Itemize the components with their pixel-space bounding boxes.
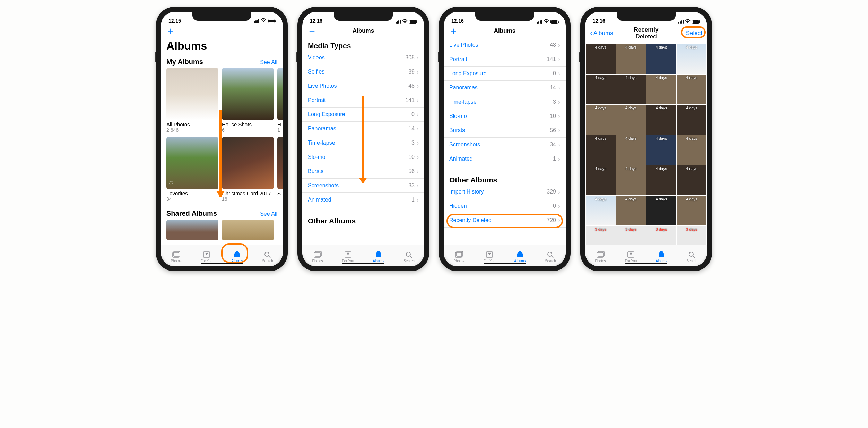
- photo-cell[interactable]: 4 days: [677, 135, 707, 165]
- photo-cell[interactable]: 4 days: [646, 165, 676, 195]
- album-partial-2[interactable]: S: [277, 137, 283, 202]
- tab-search[interactable]: Search: [252, 245, 283, 266]
- phone-2: 12:16 ＋ Albums Media Types Videos308›Sel…: [297, 7, 429, 271]
- photo-cell[interactable]: 4 days: [616, 135, 646, 165]
- photo-cell[interactable]: 4 days: [586, 165, 616, 195]
- days-remaining-label: 4 days: [646, 166, 676, 171]
- list-row[interactable]: Panoramas14›: [444, 81, 566, 95]
- photo-cell[interactable]: 4 days: [646, 75, 676, 104]
- list-row[interactable]: Hidden0›: [444, 199, 566, 213]
- chevron-right-icon: ›: [558, 100, 560, 104]
- list-row[interactable]: Slo-mo10›: [444, 109, 566, 123]
- signal-icon: [678, 20, 684, 24]
- list-row-count: 89: [408, 69, 415, 75]
- battery-icon: [268, 19, 275, 23]
- photo-cell[interactable]: 4 days: [616, 105, 646, 135]
- photo-cell[interactable]: 4 days: [586, 75, 616, 104]
- list-row[interactable]: Selfies89›: [302, 65, 424, 79]
- photo-cell[interactable]: 4 days: [646, 105, 676, 135]
- phone-4: 12:16 ‹ Albums Recently Deleted Select 4…: [580, 7, 712, 271]
- tab-photos[interactable]: Photos: [302, 245, 333, 266]
- days-remaining-label: 4 days: [677, 106, 707, 110]
- photo-cell[interactable]: 4 days: [616, 44, 646, 74]
- home-indicator[interactable]: [625, 263, 667, 264]
- see-all-my-albums[interactable]: See All: [260, 59, 277, 66]
- add-button[interactable]: ＋: [166, 27, 175, 35]
- tab-search[interactable]: Search: [394, 245, 424, 266]
- photo-cell[interactable]: 4 days: [586, 135, 616, 165]
- list-row-count: 48: [408, 83, 415, 89]
- photo-cell[interactable]: 4 days: [586, 105, 616, 135]
- back-button[interactable]: ‹ Albums: [590, 30, 623, 37]
- photo-cell[interactable]: 4 days: [677, 75, 707, 104]
- photo-cell[interactable]: 4 days: [616, 75, 646, 104]
- list-row[interactable]: Time-lapse3›: [444, 95, 566, 109]
- photo-cell[interactable]: 4 days: [677, 105, 707, 135]
- tab-photos[interactable]: Photos: [585, 245, 616, 266]
- album-favorites[interactable]: ♡ Favorites 34: [166, 137, 218, 202]
- list-row-label: Time-lapse: [308, 140, 411, 146]
- tab-photos[interactable]: Photos: [444, 245, 474, 266]
- list-row[interactable]: Long Exposure0›: [444, 67, 566, 81]
- shared-album-2[interactable]: [222, 220, 274, 240]
- list-row[interactable]: Portrait141›: [444, 52, 566, 67]
- photo-cell[interactable]: 3 days: [586, 226, 616, 245]
- album-christmas-card[interactable]: Christmas Card 2017 16: [222, 137, 274, 202]
- days-remaining-label: 4 days: [616, 106, 646, 110]
- photo-cell[interactable]: 4 days: [677, 44, 707, 74]
- nav-title: Albums: [345, 27, 382, 34]
- photo-cell[interactable]: 4 days: [677, 165, 707, 195]
- photo-cell[interactable]: 4 days: [646, 135, 676, 165]
- select-button[interactable]: Select: [686, 30, 702, 36]
- photo-cell[interactable]: 4 days: [586, 44, 616, 74]
- tab-search[interactable]: Search: [677, 245, 707, 266]
- photo-cell[interactable]: 4 days: [677, 196, 707, 226]
- chevron-right-icon: ›: [558, 57, 560, 62]
- list-row-label: Hidden: [449, 203, 553, 209]
- album-thumb: ♡: [166, 137, 218, 189]
- photo-cell[interactable]: 4 days: [616, 165, 646, 195]
- home-indicator[interactable]: [342, 263, 384, 264]
- list-row[interactable]: Import History329›: [444, 185, 566, 199]
- annotation-arrow: [219, 110, 222, 197]
- photo-cell[interactable]: 4 days: [586, 196, 616, 226]
- chevron-right-icon: ›: [558, 156, 560, 161]
- home-indicator[interactable]: [201, 263, 243, 264]
- see-all-shared[interactable]: See All: [260, 211, 277, 217]
- photo-cell[interactable]: 3 days: [677, 226, 707, 245]
- tab-photos[interactable]: Photos: [161, 245, 191, 266]
- chevron-right-icon: ›: [417, 69, 419, 74]
- list-row[interactable]: Live Photos48›: [444, 38, 566, 52]
- add-button[interactable]: ＋: [307, 27, 317, 35]
- list-row[interactable]: Videos308›: [302, 51, 424, 65]
- list-row[interactable]: Animated1›: [444, 152, 566, 166]
- days-remaining-label: 4 days: [646, 197, 676, 201]
- home-indicator[interactable]: [484, 263, 526, 264]
- album-thumb: [277, 68, 283, 120]
- list-row[interactable]: Bursts56›: [444, 123, 566, 138]
- photo-cell[interactable]: 3 days: [616, 226, 646, 245]
- list-row[interactable]: Live Photos48›: [302, 79, 424, 93]
- list-row-label: Panoramas: [308, 126, 408, 132]
- photo-cell[interactable]: 4 days: [646, 44, 676, 74]
- album-all-photos[interactable]: All Photos 2,646: [166, 68, 218, 133]
- album-partial[interactable]: H 1: [277, 68, 283, 133]
- list-row-label: Live Photos: [308, 83, 408, 89]
- album-house-shots[interactable]: House Shots 6: [222, 68, 274, 133]
- add-button[interactable]: ＋: [449, 27, 458, 35]
- photo-cell[interactable]: 4 days: [616, 196, 646, 226]
- list-row[interactable]: Recently Deleted720›: [444, 213, 566, 228]
- wifi-icon: [685, 19, 691, 24]
- shared-album-1[interactable]: [166, 220, 218, 240]
- svg-line-7: [269, 256, 270, 258]
- days-remaining-label: 4 days: [616, 136, 646, 140]
- list-row[interactable]: Screenshots34›: [444, 138, 566, 152]
- photo-cell[interactable]: 4 days: [646, 196, 676, 226]
- chevron-right-icon: ›: [558, 204, 560, 208]
- list-row-label: Animated: [308, 197, 411, 203]
- tab-search[interactable]: Search: [535, 245, 566, 266]
- days-remaining-label: 4 days: [586, 197, 616, 201]
- photo-cell[interactable]: 3 days: [646, 226, 676, 245]
- wifi-icon: [261, 18, 266, 24]
- list-row[interactable]: Animated1›: [302, 193, 424, 207]
